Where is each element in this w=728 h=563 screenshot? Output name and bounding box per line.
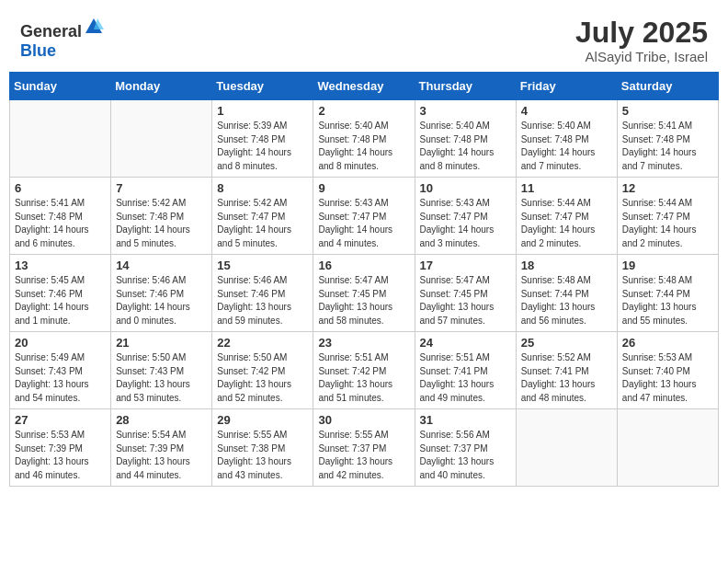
day-number: 18 [521,259,612,272]
day-number: 23 [318,336,409,350]
calendar-cell: 7Sunrise: 5:42 AMSunset: 7:48 PMDaylight… [111,178,212,255]
calendar-header-sunday: Sunday [10,73,111,100]
day-number: 28 [116,413,207,427]
day-detail: Sunrise: 5:55 AMSunset: 7:38 PMDaylight:… [217,429,308,482]
day-detail: Sunrise: 5:55 AMSunset: 7:37 PMDaylight:… [318,429,409,482]
day-number: 6 [15,181,106,195]
calendar-cell: 26Sunrise: 5:53 AMSunset: 7:40 PMDayligh… [617,332,718,409]
calendar-header-row: SundayMondayTuesdayWednesdayThursdayFrid… [10,73,719,100]
day-detail: Sunrise: 5:53 AMSunset: 7:39 PMDaylight:… [15,429,106,482]
calendar-cell: 2Sunrise: 5:40 AMSunset: 7:48 PMDaylight… [313,100,415,178]
calendar-header-friday: Friday [516,73,617,100]
day-detail: Sunrise: 5:41 AMSunset: 7:48 PMDaylight:… [622,120,713,173]
day-number: 25 [521,336,612,350]
logo-icon [84,17,104,37]
calendar-cell: 24Sunrise: 5:51 AMSunset: 7:41 PMDayligh… [415,332,516,409]
location-subtitle: AlSayid Tribe, Israel [575,49,708,64]
day-detail: Sunrise: 5:51 AMSunset: 7:42 PMDaylight:… [318,351,409,405]
calendar-cell [516,409,617,487]
calendar-cell: 27Sunrise: 5:53 AMSunset: 7:39 PMDayligh… [10,409,111,487]
day-detail: Sunrise: 5:56 AMSunset: 7:37 PMDaylight:… [420,429,511,482]
day-detail: Sunrise: 5:51 AMSunset: 7:41 PMDaylight:… [420,351,511,405]
day-number: 17 [420,259,511,272]
calendar-header-saturday: Saturday [617,73,718,100]
calendar-cell: 21Sunrise: 5:50 AMSunset: 7:43 PMDayligh… [111,332,212,409]
calendar-cell: 17Sunrise: 5:47 AMSunset: 7:45 PMDayligh… [415,255,516,332]
logo: General Blue [20,17,104,61]
day-number: 15 [217,259,308,272]
day-number: 7 [116,181,207,195]
day-detail: Sunrise: 5:42 AMSunset: 7:48 PMDaylight:… [116,197,207,250]
day-number: 16 [318,259,409,272]
calendar-cell: 10Sunrise: 5:43 AMSunset: 7:47 PMDayligh… [415,178,516,255]
calendar-cell [111,100,212,178]
day-detail: Sunrise: 5:46 AMSunset: 7:46 PMDaylight:… [116,274,207,327]
day-detail: Sunrise: 5:44 AMSunset: 7:47 PMDaylight:… [622,197,713,250]
calendar-cell: 12Sunrise: 5:44 AMSunset: 7:47 PMDayligh… [617,178,718,255]
day-number: 19 [622,259,713,272]
day-detail: Sunrise: 5:40 AMSunset: 7:48 PMDaylight:… [318,120,409,173]
day-detail: Sunrise: 5:46 AMSunset: 7:46 PMDaylight:… [217,274,308,327]
day-detail: Sunrise: 5:53 AMSunset: 7:40 PMDaylight:… [622,351,713,405]
calendar-header-monday: Monday [111,73,212,100]
calendar-week-3: 13Sunrise: 5:45 AMSunset: 7:46 PMDayligh… [10,255,719,332]
calendar-cell: 16Sunrise: 5:47 AMSunset: 7:45 PMDayligh… [313,255,415,332]
calendar-cell: 9Sunrise: 5:43 AMSunset: 7:47 PMDaylight… [313,178,415,255]
day-detail: Sunrise: 5:50 AMSunset: 7:43 PMDaylight:… [116,351,207,405]
day-number: 2 [318,104,409,118]
day-detail: Sunrise: 5:41 AMSunset: 7:48 PMDaylight:… [15,197,106,250]
day-detail: Sunrise: 5:43 AMSunset: 7:47 PMDaylight:… [318,197,409,250]
day-detail: Sunrise: 5:42 AMSunset: 7:47 PMDaylight:… [217,197,308,250]
day-detail: Sunrise: 5:49 AMSunset: 7:43 PMDaylight:… [15,351,106,405]
calendar-cell [617,409,718,487]
day-number: 11 [521,181,612,195]
calendar-cell: 31Sunrise: 5:56 AMSunset: 7:37 PMDayligh… [415,409,516,487]
calendar-cell: 18Sunrise: 5:48 AMSunset: 7:44 PMDayligh… [516,255,617,332]
calendar-header-wednesday: Wednesday [313,73,415,100]
day-detail: Sunrise: 5:43 AMSunset: 7:47 PMDaylight:… [420,197,511,250]
calendar-week-1: 1Sunrise: 5:39 AMSunset: 7:48 PMDaylight… [10,100,719,178]
day-detail: Sunrise: 5:40 AMSunset: 7:48 PMDaylight:… [420,120,511,173]
day-number: 31 [420,413,511,427]
day-detail: Sunrise: 5:48 AMSunset: 7:44 PMDaylight:… [622,274,713,327]
calendar-cell: 20Sunrise: 5:49 AMSunset: 7:43 PMDayligh… [10,332,111,409]
page-header: General Blue July 2025 AlSayid Tribe, Is… [9,9,719,68]
calendar-cell: 28Sunrise: 5:54 AMSunset: 7:39 PMDayligh… [111,409,212,487]
title-block: July 2025 AlSayid Tribe, Israel [575,17,708,64]
day-number: 1 [217,104,308,118]
day-detail: Sunrise: 5:48 AMSunset: 7:44 PMDaylight:… [521,274,612,327]
calendar-cell: 1Sunrise: 5:39 AMSunset: 7:48 PMDaylight… [212,100,313,178]
calendar-cell: 22Sunrise: 5:50 AMSunset: 7:42 PMDayligh… [212,332,313,409]
month-year-title: July 2025 [575,17,708,49]
calendar-week-5: 27Sunrise: 5:53 AMSunset: 7:39 PMDayligh… [10,409,719,487]
day-number: 29 [217,413,308,427]
calendar-cell: 6Sunrise: 5:41 AMSunset: 7:48 PMDaylight… [10,178,111,255]
day-number: 8 [217,181,308,195]
day-number: 27 [15,413,106,427]
calendar-header-tuesday: Tuesday [212,73,313,100]
day-number: 21 [116,336,207,350]
calendar-cell: 13Sunrise: 5:45 AMSunset: 7:46 PMDayligh… [10,255,111,332]
day-number: 5 [622,104,713,118]
calendar-cell: 15Sunrise: 5:46 AMSunset: 7:46 PMDayligh… [212,255,313,332]
calendar-header-thursday: Thursday [415,73,516,100]
day-detail: Sunrise: 5:54 AMSunset: 7:39 PMDaylight:… [116,429,207,482]
day-number: 9 [318,181,409,195]
day-number: 10 [420,181,511,195]
day-detail: Sunrise: 5:50 AMSunset: 7:42 PMDaylight:… [217,351,308,405]
day-detail: Sunrise: 5:39 AMSunset: 7:48 PMDaylight:… [217,120,308,173]
calendar-cell: 23Sunrise: 5:51 AMSunset: 7:42 PMDayligh… [313,332,415,409]
day-detail: Sunrise: 5:44 AMSunset: 7:47 PMDaylight:… [521,197,612,250]
day-detail: Sunrise: 5:47 AMSunset: 7:45 PMDaylight:… [420,274,511,327]
calendar-cell: 29Sunrise: 5:55 AMSunset: 7:38 PMDayligh… [212,409,313,487]
day-number: 12 [622,181,713,195]
calendar-cell: 8Sunrise: 5:42 AMSunset: 7:47 PMDaylight… [212,178,313,255]
logo-blue-text: Blue [20,41,56,60]
day-detail: Sunrise: 5:47 AMSunset: 7:45 PMDaylight:… [318,274,409,327]
calendar-cell: 14Sunrise: 5:46 AMSunset: 7:46 PMDayligh… [111,255,212,332]
calendar-cell: 25Sunrise: 5:52 AMSunset: 7:41 PMDayligh… [516,332,617,409]
calendar-cell: 19Sunrise: 5:48 AMSunset: 7:44 PMDayligh… [617,255,718,332]
day-detail: Sunrise: 5:52 AMSunset: 7:41 PMDaylight:… [521,351,612,405]
day-number: 4 [521,104,612,118]
day-number: 30 [318,413,409,427]
